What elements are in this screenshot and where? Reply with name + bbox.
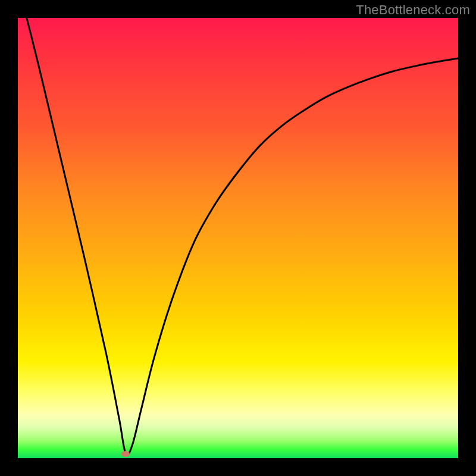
chart-frame: TheBottleneck.com — [0, 0, 476, 476]
watermark-text: TheBottleneck.com — [356, 2, 470, 18]
minimum-marker — [121, 451, 130, 457]
bottleneck-curve — [18, 18, 458, 458]
plot-area — [18, 18, 458, 458]
